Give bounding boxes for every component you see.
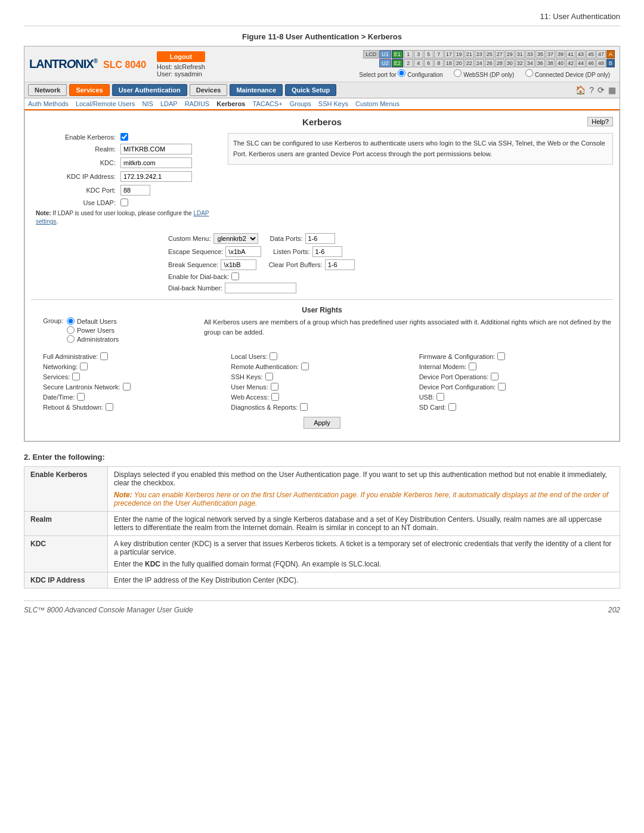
kdc-input[interactable] [120,157,192,168]
radio-default-users-input[interactable] [67,317,75,325]
logout-button[interactable]: Logout [157,51,205,62]
custom-menu-label: Custom Menu: [168,235,211,242]
cb-dp-config[interactable] [498,383,506,391]
cb-diagnostics[interactable] [300,403,308,411]
nav-services[interactable]: Services [69,84,109,96]
u1-label: U1 [379,50,391,58]
term-kdc-ip: KDC IP Address [24,572,108,589]
model-label: SLC 8040 [103,60,146,70]
term-realm: Realm [24,512,108,536]
footer-right: 202 [608,606,620,614]
refresh-icon[interactable]: ⟳ [597,85,605,95]
break-seq-input[interactable] [221,259,256,270]
radio-config-input[interactable] [398,69,405,77]
sub-nav: Auth Methods Local/Remote Users NIS LDAP… [24,98,620,110]
port-b: B [606,59,615,67]
cb-ssh-keys[interactable] [265,373,273,380]
radio-webssh-label[interactable]: WebSSH (DP only) [454,72,514,78]
question-icon[interactable]: ? [589,85,594,95]
cb-datetime[interactable] [77,393,85,401]
nav-network[interactable]: Network [28,84,67,96]
listen-ports-input[interactable] [312,246,342,257]
sub-nav-auth-methods[interactable]: Auth Methods [28,100,69,107]
ldap-settings-link[interactable]: LDAP settings [36,210,209,225]
kdc-ip-input[interactable] [120,171,192,182]
sub-nav-local-remote[interactable]: Local/Remote Users [76,100,135,107]
sub-nav-groups[interactable]: Groups [290,100,311,107]
rights-services: Services: [43,373,225,380]
sub-nav-kerberos[interactable]: Kerberos [216,100,245,107]
realm-input[interactable] [120,144,192,154]
table-row: Enable Kerberos Displays selected if you… [24,467,620,512]
port-42: 42 [566,59,575,67]
cb-web-access[interactable] [271,393,279,401]
cb-secure-lantronix[interactable] [123,383,131,391]
break-seq-label: Break Sequence: [168,261,218,268]
port-33: 33 [525,50,535,58]
cb-user-menus[interactable] [271,383,278,391]
cb-sd-card[interactable] [448,403,456,411]
nav-quicksetup[interactable]: Quick Setup [285,84,336,96]
sub-nav-nis[interactable]: NIS [143,100,153,107]
rights-internal-modem: Internal Modem: [419,363,601,370]
sub-nav-ldap[interactable]: LDAP [160,100,178,107]
custom-menu-select[interactable]: glennkrb2 [213,233,258,244]
enable-dialback-checkbox[interactable] [231,272,239,280]
rights-ssh-keys: SSH Keys: [231,373,413,380]
radio-webssh-input[interactable] [454,69,462,77]
cb-services[interactable] [72,373,80,380]
port-31: 31 [515,50,525,58]
rights-remote-auth: Remote Authentication: [231,363,413,370]
cb-usb[interactable] [436,393,444,401]
radio-config-label[interactable]: Configuration [398,72,442,78]
dialback-num-input[interactable] [225,283,296,293]
nav-maintenance[interactable]: Maintenance [230,84,283,96]
apply-button[interactable]: Apply [304,417,340,429]
home-icon[interactable]: 🏠 [575,85,586,95]
enable-kerberos-checkbox[interactable] [120,133,128,141]
enable-dialback-label: Enable for Dial-back: [168,273,229,280]
clear-port-input[interactable] [325,259,355,270]
group-label: Group: [31,317,67,324]
e2-label: E2 [392,59,403,67]
enable-kerberos-label: Enable Kerberos: [31,134,120,141]
kdc-ip-row: KDC IP Address: [31,171,222,182]
port-18: 18 [444,59,454,67]
use-ldap-checkbox[interactable] [120,199,128,206]
sub-nav-radius[interactable]: RADIUS [185,100,210,107]
radio-connected-input[interactable] [525,69,533,77]
sub-nav-ssh-keys[interactable]: SSH Keys [318,100,348,107]
radio-power-users-input[interactable] [67,326,75,334]
sub-nav-custom-menus[interactable]: Custom Menus [355,100,400,107]
cb-full-admin[interactable] [100,352,108,360]
nav-devices[interactable]: Devices [190,84,228,96]
user-rights-info: All Kerberos users are members of a grou… [204,317,613,348]
kdc-port-input[interactable] [120,185,150,196]
escape-seq-row: Escape Sequence: Listen Ports: [168,246,613,257]
cb-reboot[interactable] [106,403,113,411]
cb-internal-modem[interactable] [469,363,476,370]
footer-left: SLC™ 8000 Advanced Console Manager User … [24,606,193,614]
cb-dp-ops[interactable] [491,373,499,380]
sub-nav-tacacs[interactable]: TACACS+ [252,100,282,107]
nav-user-auth[interactable]: User Authentication [112,84,187,96]
listen-ports-label: Listen Ports: [273,248,309,255]
kerberos-info-text: The SLC can be configured to use Kerbero… [228,133,613,165]
cb-firmware[interactable] [497,352,505,360]
grid-icon[interactable]: ▦ [608,85,616,95]
radio-administrators[interactable]: Administrators [67,335,119,343]
radio-connected-label[interactable]: Connected Device (DP only) [525,72,610,78]
port-25: 25 [485,50,494,58]
help-button[interactable]: Help? [587,117,613,126]
port-3: 3 [414,50,423,58]
cb-local-users[interactable] [270,352,277,360]
cb-remote-auth[interactable] [301,363,309,370]
escape-seq-input[interactable] [225,246,261,257]
cb-networking[interactable] [80,363,88,370]
radio-administrators-input[interactable] [67,335,75,343]
data-ports-input[interactable] [305,233,335,244]
radio-default-users[interactable]: Default Users [67,317,119,325]
rights-firmware: Firmware & Configuration: [419,352,601,360]
radio-power-users[interactable]: Power Users [67,326,119,334]
kdc-port-row: KDC Port: [31,185,222,196]
